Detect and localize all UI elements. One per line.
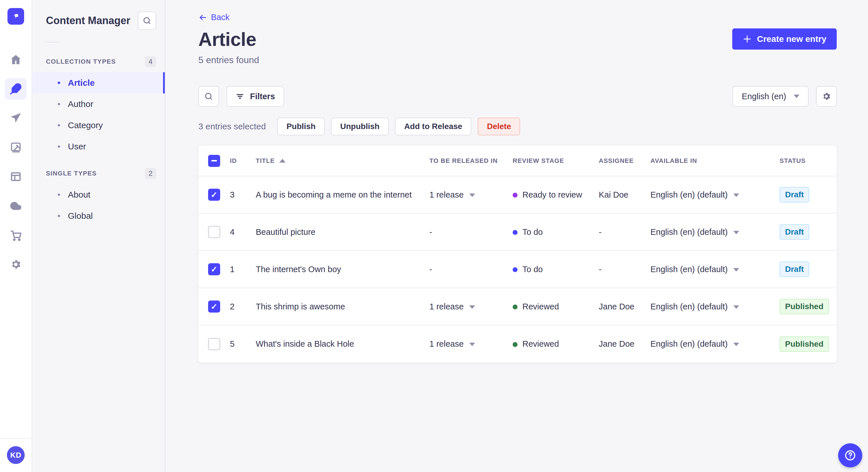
filters-button[interactable]: Filters (226, 86, 284, 107)
column-title-label: TITLE (256, 157, 275, 165)
create-button-label: Create new entry (757, 34, 826, 44)
unpublish-button[interactable]: Unpublish (331, 117, 389, 135)
row-checkbox[interactable] (208, 226, 220, 238)
cell-release: - (429, 213, 513, 250)
table-row[interactable]: 2 This shrimp is awesome 1 release Revie… (198, 288, 837, 325)
available-locale: English (en) (default) (650, 190, 727, 199)
stage-label: Reviewed (522, 339, 559, 348)
cell-available-in: English (en) (default) (650, 213, 780, 250)
cell-status: Published (780, 325, 837, 363)
chevron-down-icon[interactable] (733, 343, 739, 346)
chevron-down-icon (794, 95, 799, 98)
sidebar-item-about[interactable]: • About (32, 184, 165, 205)
chevron-down-icon[interactable] (733, 268, 739, 272)
cell-assignee: Jane Doe (599, 325, 650, 363)
sidebar-item-global[interactable]: • Global (32, 205, 165, 227)
rail-icon-nav (5, 49, 27, 275)
content-manager-sidebar: Content Manager COLLECTION TYPES 4 • Art… (32, 0, 165, 472)
release-value: 1 release (429, 339, 464, 348)
stage-label: Reviewed (522, 302, 559, 311)
cell-review-stage: To do (513, 213, 599, 250)
row-checkbox[interactable] (208, 189, 220, 201)
plus-icon (743, 34, 752, 43)
bullet-icon: • (57, 211, 61, 221)
back-link[interactable]: Back (198, 12, 229, 22)
column-id[interactable]: ID (230, 146, 256, 176)
table-row[interactable]: 1 The internet's Own boy - To do - Engli… (198, 250, 837, 288)
list-search-button[interactable] (198, 86, 219, 107)
available-locale: English (en) (default) (650, 265, 727, 274)
search-icon (205, 92, 213, 101)
sidebar-item-label: Category (68, 121, 103, 130)
chevron-down-icon[interactable] (469, 305, 475, 309)
cell-title: Beautiful picture (256, 213, 429, 250)
stage-label: Ready to review (522, 190, 582, 199)
content-type-builder-icon[interactable] (5, 166, 27, 188)
sidebar-item-article[interactable]: • Article (32, 72, 165, 94)
user-avatar[interactable]: KD (7, 446, 25, 464)
cell-available-in: English (en) (default) (650, 288, 780, 325)
locale-selected-value: English (en) (742, 92, 786, 101)
filter-icon (236, 92, 244, 101)
locale-select[interactable]: English (en) (733, 86, 809, 107)
cell-status: Draft (780, 213, 837, 250)
sidebar-item-category[interactable]: • Category (32, 115, 165, 136)
delete-button[interactable]: Delete (477, 117, 520, 135)
selection-count-text: 3 entries selected (198, 122, 266, 131)
row-checkbox[interactable] (208, 263, 220, 275)
sidebar-item-label: Article (68, 78, 95, 88)
row-checkbox[interactable] (208, 338, 220, 350)
create-new-entry-button[interactable]: Create new entry (732, 28, 837, 49)
column-review-stage[interactable]: REVIEW STAGE (513, 146, 599, 176)
cell-assignee: - (599, 250, 650, 288)
add-to-release-button[interactable]: Add to Release (395, 117, 471, 135)
view-settings-button[interactable] (816, 86, 837, 107)
content-manager-feather-icon[interactable] (5, 78, 27, 100)
sidebar-item-author[interactable]: • Author (32, 94, 165, 115)
sidebar-title: Content Manager (46, 14, 130, 27)
chevron-down-icon[interactable] (469, 194, 475, 197)
cell-title: What's inside a Black Hole (256, 325, 429, 363)
strapi-logo[interactable] (7, 8, 24, 25)
cell-available-in: English (en) (default) (650, 325, 780, 363)
table-row[interactable]: 5 What's inside a Black Hole 1 release R… (198, 325, 837, 363)
chevron-down-icon[interactable] (733, 231, 739, 234)
cell-review-stage: To do (513, 250, 599, 288)
publish-button[interactable]: Publish (277, 117, 324, 135)
cloud-icon[interactable] (5, 195, 27, 217)
chevron-down-icon[interactable] (469, 343, 475, 346)
settings-gear-icon[interactable] (5, 254, 27, 275)
select-all-checkbox[interactable] (208, 155, 220, 167)
chevron-down-icon[interactable] (733, 305, 739, 309)
cell-review-stage: Reviewed (513, 325, 599, 363)
collection-types-count: 4 (145, 56, 156, 67)
media-library-icon[interactable] (5, 136, 27, 158)
single-types-count: 2 (145, 168, 156, 179)
sort-ascending-icon (279, 159, 286, 163)
cell-title: This shrimp is awesome (256, 288, 429, 325)
app-window: KD Content Manager COLLECTION TYPES 4 • … (0, 0, 868, 472)
column-status[interactable]: STATUS (780, 146, 837, 176)
cell-assignee: - (599, 213, 650, 250)
help-button[interactable] (838, 443, 862, 467)
column-title[interactable]: TITLE (256, 146, 429, 176)
row-checkbox[interactable] (208, 301, 220, 312)
table-row[interactable]: 4 Beautiful picture - To do - English (e… (198, 213, 837, 250)
cell-id: 1 (230, 250, 256, 288)
column-assignee[interactable]: ASSIGNEE (599, 146, 650, 176)
column-available-in[interactable]: AVAILABLE IN (650, 146, 780, 176)
chevron-down-icon[interactable] (733, 194, 739, 197)
sidebar-search-button[interactable] (138, 11, 156, 30)
column-to-be-released-in[interactable]: TO BE RELEASED IN (429, 146, 513, 176)
main-content: Back Article 5 entries found Create new … (165, 0, 868, 472)
sidebar-item-user[interactable]: • User (32, 136, 165, 157)
status-badge: Published (780, 299, 829, 314)
entries-table: ID TITLE TO BE RELEASED IN REVIEW STAGE … (198, 146, 837, 363)
marketplace-cart-icon[interactable] (5, 224, 27, 246)
release-plane-icon[interactable] (5, 107, 27, 129)
cell-title: The internet's Own boy (256, 250, 429, 288)
table-row[interactable]: 3 A bug is becoming a meme on the intern… (198, 176, 837, 213)
collection-types-label: COLLECTION TYPES (46, 58, 116, 65)
home-icon[interactable] (5, 49, 27, 71)
single-types-label: SINGLE TYPES (46, 170, 97, 177)
